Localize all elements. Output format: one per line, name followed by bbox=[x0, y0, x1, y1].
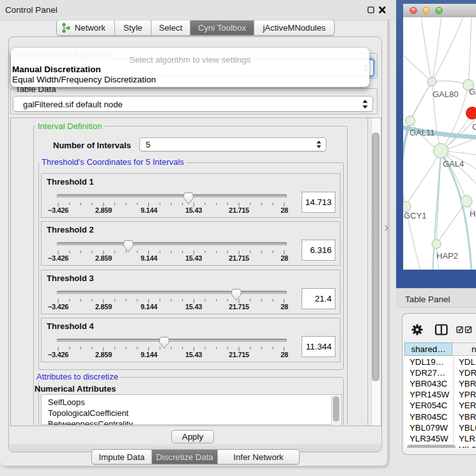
svg-text:C: C bbox=[472, 122, 476, 132]
svg-text:GAL80: GAL80 bbox=[433, 89, 458, 99]
svg-text:GAL11: GAL11 bbox=[410, 128, 435, 137]
svg-text:H: H bbox=[470, 209, 475, 219]
svg-text:GA: GA bbox=[469, 87, 476, 96]
svg-text:HAP2: HAP2 bbox=[436, 251, 458, 261]
svg-text:GAL4: GAL4 bbox=[443, 159, 464, 169]
svg-text:GCY1: GCY1 bbox=[404, 211, 426, 220]
